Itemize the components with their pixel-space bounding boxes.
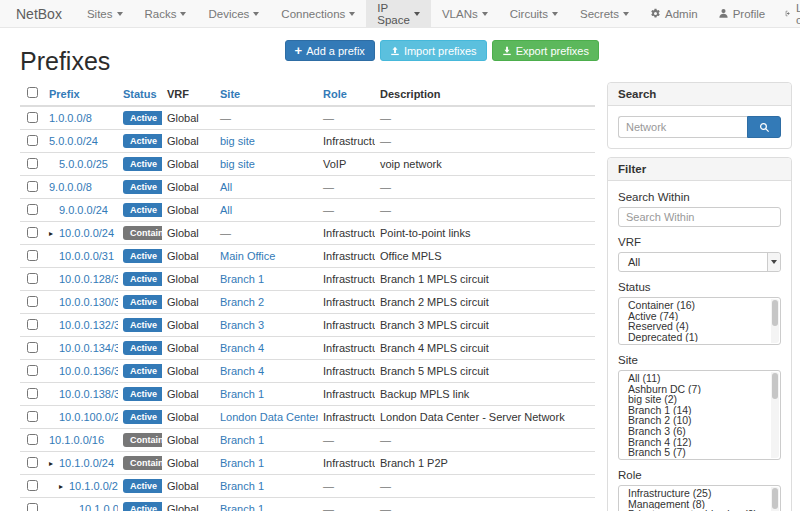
- site-link[interactable]: Branch 1: [220, 434, 264, 446]
- site-option[interactable]: All (11): [619, 373, 768, 384]
- row-checkbox[interactable]: [27, 388, 38, 399]
- sort-prefix-header[interactable]: Prefix: [49, 88, 80, 100]
- status-badge[interactable]: Active: [123, 111, 162, 125]
- status-badge[interactable]: Active: [123, 203, 162, 217]
- prefix-link[interactable]: 10.0.0.138/31: [59, 388, 118, 400]
- nav-profile[interactable]: Profile: [708, 0, 776, 27]
- nav-item[interactable]: Racks: [134, 0, 198, 27]
- site-option[interactable]: Branch 4 (12): [619, 437, 768, 448]
- search-button[interactable]: [747, 116, 781, 138]
- search-input[interactable]: [618, 116, 747, 138]
- site-link[interactable]: All: [220, 204, 232, 216]
- sort-site-header[interactable]: Site: [220, 88, 240, 100]
- prefix-link[interactable]: 10.0.100.0/24: [59, 411, 118, 423]
- row-checkbox[interactable]: [27, 365, 38, 376]
- site-link[interactable]: Branch 3: [220, 319, 264, 331]
- site-link[interactable]: Main Office: [220, 250, 275, 262]
- site-option[interactable]: Branch 3 (6): [619, 426, 768, 437]
- status-badge[interactable]: Active: [123, 157, 162, 171]
- row-checkbox[interactable]: [27, 227, 38, 238]
- row-checkbox[interactable]: [27, 250, 38, 261]
- scrollbar-thumb[interactable]: [772, 373, 778, 399]
- nav-admin[interactable]: Admin: [640, 0, 708, 27]
- site-option[interactable]: Branch 2 (10): [619, 415, 768, 426]
- prefix-link[interactable]: 10.1.0.0/16: [49, 434, 104, 446]
- row-checkbox[interactable]: [27, 135, 38, 146]
- brand-link[interactable]: NetBox: [0, 0, 76, 27]
- status-option[interactable]: Active (74): [619, 311, 768, 322]
- status-badge[interactable]: Active: [123, 272, 162, 286]
- status-badge[interactable]: Active: [123, 180, 162, 194]
- site-option[interactable]: COLO-1-2A (3): [619, 458, 768, 460]
- site-link[interactable]: Branch 1: [220, 388, 264, 400]
- row-checkbox[interactable]: [27, 181, 38, 192]
- site-link[interactable]: Branch 4: [220, 342, 264, 354]
- prefix-link[interactable]: 5.0.0.0/25: [59, 158, 108, 170]
- site-link[interactable]: big site: [220, 158, 255, 170]
- status-listbox[interactable]: Container (16)Active (74)Reserved (4)Dep…: [618, 297, 781, 345]
- sort-role-header[interactable]: Role: [323, 88, 347, 100]
- export-prefixes-button[interactable]: Export prefixes: [492, 40, 599, 61]
- scrollbar-thumb[interactable]: [772, 488, 778, 509]
- sort-status-header[interactable]: Status: [123, 88, 157, 100]
- vrf-select[interactable]: All: [618, 252, 781, 272]
- status-badge[interactable]: Active: [123, 318, 162, 332]
- prefix-link[interactable]: 10.1.0.0/24: [59, 457, 114, 469]
- search-within-input[interactable]: [618, 207, 781, 227]
- site-link[interactable]: Branch 1: [220, 480, 264, 492]
- status-badge[interactable]: Active: [123, 295, 162, 309]
- row-checkbox[interactable]: [27, 342, 38, 353]
- status-badge[interactable]: Container: [123, 433, 162, 447]
- status-badge[interactable]: Active: [123, 410, 162, 424]
- row-checkbox[interactable]: [27, 434, 38, 445]
- status-option[interactable]: Deprecated (1): [619, 332, 768, 343]
- site-link[interactable]: Branch 1: [220, 273, 264, 285]
- row-checkbox[interactable]: [27, 273, 38, 284]
- site-link[interactable]: Branch 2: [220, 296, 264, 308]
- add-prefix-button[interactable]: + Add a prefix: [285, 40, 375, 61]
- role-listbox[interactable]: Infrastructure (25)Management (8)Private…: [618, 485, 781, 511]
- site-link[interactable]: All: [220, 181, 232, 193]
- status-badge[interactable]: Container: [123, 226, 162, 240]
- prefix-link[interactable]: 1.0.0.0/8: [49, 112, 92, 124]
- nav-item[interactable]: Secrets: [569, 0, 640, 27]
- prefix-link[interactable]: 10.0.0.0/24: [59, 227, 114, 239]
- row-checkbox[interactable]: [27, 204, 38, 215]
- site-link[interactable]: Branch 1: [220, 503, 264, 511]
- role-option[interactable]: Management (8): [619, 499, 768, 510]
- nav-item[interactable]: IP Space: [366, 0, 431, 27]
- prefix-link[interactable]: 10.0.0.136/31: [59, 365, 118, 377]
- status-badge[interactable]: Active: [123, 249, 162, 263]
- nav-logout[interactable]: Log out: [775, 0, 800, 27]
- row-checkbox[interactable]: [27, 112, 38, 123]
- prefix-link[interactable]: 9.0.0.0/8: [49, 181, 92, 193]
- status-option[interactable]: Reserved (4): [619, 321, 768, 332]
- site-option[interactable]: Branch 1 (14): [619, 405, 768, 416]
- row-checkbox[interactable]: [27, 480, 38, 491]
- site-option[interactable]: Branch 5 (7): [619, 447, 768, 458]
- select-all-checkbox[interactable]: [27, 87, 38, 98]
- site-link[interactable]: big site: [220, 135, 255, 147]
- prefix-link[interactable]: 10.0.0.132/31: [59, 319, 118, 331]
- scrollbar-thumb[interactable]: [772, 300, 778, 326]
- select-dropdown-button[interactable]: [767, 253, 780, 271]
- row-checkbox[interactable]: [27, 503, 38, 511]
- site-option[interactable]: big site (2): [619, 394, 768, 405]
- role-option[interactable]: Infrastructure (25): [619, 488, 768, 499]
- prefix-link[interactable]: 5.0.0.0/24: [49, 135, 98, 147]
- status-badge[interactable]: Container: [123, 456, 162, 470]
- row-checkbox[interactable]: [27, 158, 38, 169]
- nav-item[interactable]: Circuits: [499, 0, 569, 27]
- nav-item[interactable]: Connections: [270, 0, 366, 27]
- nav-item[interactable]: Sites: [76, 0, 134, 27]
- status-badge[interactable]: Active: [123, 134, 162, 148]
- row-checkbox[interactable]: [27, 411, 38, 422]
- site-option[interactable]: Ashburn DC (7): [619, 384, 768, 395]
- status-badge[interactable]: Active: [123, 502, 162, 511]
- prefix-link[interactable]: 10.1.0.0/26: [79, 503, 118, 511]
- nav-item[interactable]: VLANs: [431, 0, 499, 27]
- status-badge[interactable]: Active: [123, 341, 162, 355]
- import-prefixes-button[interactable]: Import prefixes: [380, 40, 487, 61]
- row-checkbox[interactable]: [27, 319, 38, 330]
- status-badge[interactable]: Active: [123, 364, 162, 378]
